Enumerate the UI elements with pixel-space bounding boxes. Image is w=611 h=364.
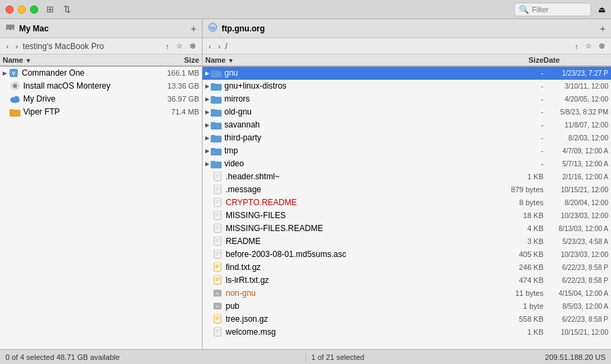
left-panel-toolbar: ‹ › testing's MacBook Pro ↑ ☆ ⊗ bbox=[0, 38, 202, 55]
file-date: 6/22/23, 8:58 P bbox=[543, 277, 608, 284]
file-type-icon bbox=[211, 119, 222, 130]
list-item[interactable]: MISSING-FILES 18 KB 10/23/03, 12:00 bbox=[203, 209, 611, 222]
file-name: ls-lrRt.txt.gz bbox=[226, 275, 496, 285]
file-type-icon bbox=[211, 93, 222, 104]
list-item[interactable]: ▶ gnu - 1/23/23, 7:27 P bbox=[203, 67, 611, 80]
file-type-icon bbox=[212, 249, 223, 260]
right-col-date[interactable]: Date bbox=[543, 56, 608, 64]
file-name: tmp bbox=[224, 146, 496, 155]
file-date: 3/10/11, 12:00 bbox=[543, 82, 608, 90]
svg-rect-31 bbox=[214, 172, 221, 181]
file-type-icon bbox=[212, 262, 223, 273]
list-item[interactable]: ▶ savannah - 11/8/07, 12:00 bbox=[203, 119, 611, 132]
file-size: 1 byte bbox=[496, 302, 543, 310]
right-panel-toolbar: ‹ › / ↑ ☆ ⊗ bbox=[203, 38, 611, 55]
eject-icon[interactable]: ⏏ bbox=[598, 5, 606, 14]
file-size: 3 KB bbox=[496, 237, 543, 245]
right-up-btn[interactable]: ↑ bbox=[573, 42, 581, 51]
right-panel-title: ftp.gnu.org bbox=[222, 24, 596, 33]
file-name: My Drive bbox=[23, 94, 151, 104]
list-item[interactable]: ▶ gnu+linux-distros - 3/10/11, 12:00 bbox=[203, 80, 611, 93]
right-forward-btn[interactable]: › bbox=[216, 42, 223, 51]
file-type-icon bbox=[212, 327, 223, 337]
left-panel-add-btn[interactable]: + bbox=[191, 24, 196, 33]
list-item[interactable]: find.txt.gz 246 KB 6/22/23, 8:58 P bbox=[203, 261, 611, 274]
list-item[interactable]: MISSING-FILES.README 4 KB 8/13/03, 12:00… bbox=[203, 222, 611, 235]
list-item[interactable]: ▶ old-gnu - 5/8/23, 8:32 PM bbox=[203, 106, 611, 119]
file-type-icon: V bbox=[8, 67, 19, 78]
file-type-icon: ⤷ bbox=[212, 288, 223, 299]
right-panel-add-btn[interactable]: + bbox=[600, 24, 606, 33]
list-item[interactable]: welcome.msg 1 KB 10/15/21, 12:00 bbox=[203, 326, 611, 339]
ftp-icon: ftp bbox=[208, 22, 218, 34]
svg-rect-59 bbox=[214, 262, 221, 271]
right-settings-btn[interactable]: ⊗ bbox=[597, 41, 607, 51]
minimize-button[interactable] bbox=[18, 5, 26, 14]
back-btn[interactable]: ‹ bbox=[4, 42, 11, 51]
list-item[interactable]: README 3 KB 5/23/23, 4:58 A bbox=[203, 235, 611, 248]
file-size: - bbox=[496, 108, 543, 116]
svg-rect-11 bbox=[10, 109, 14, 111]
right-col-name[interactable]: Name ▼ bbox=[205, 56, 496, 64]
list-item[interactable]: .header.shtml~ 1 KB 2/1/16, 12:00 A bbox=[203, 170, 611, 183]
svg-rect-63 bbox=[214, 275, 221, 284]
list-item[interactable]: My Drive 36.97 GB bbox=[0, 93, 202, 106]
up-btn[interactable]: ↑ bbox=[164, 42, 172, 51]
file-name: old-gnu bbox=[224, 107, 496, 117]
list-item[interactable]: ⤷ non-gnu 11 bytes 4/15/04, 12:00 A bbox=[203, 287, 611, 300]
list-item[interactable]: Install macOS Monterey 13.36 GB bbox=[0, 80, 202, 93]
mac-drive-icon bbox=[5, 22, 15, 34]
search-input[interactable] bbox=[532, 5, 586, 14]
grid-icon[interactable]: ⊞ bbox=[46, 4, 54, 14]
list-item[interactable]: .message 879 bytes 10/15/21, 12:00 bbox=[203, 183, 611, 196]
left-path: testing's MacBook Pro bbox=[23, 42, 160, 51]
svg-rect-75 bbox=[214, 327, 221, 336]
svg-rect-2 bbox=[12, 29, 13, 30]
list-item[interactable]: before-2003-08-01.md5sums.asc 405 KB 10/… bbox=[203, 248, 611, 261]
list-item[interactable]: ▶ video - 5/7/13, 12:00 A bbox=[203, 157, 611, 170]
svg-rect-28 bbox=[211, 148, 215, 150]
svg-rect-16 bbox=[211, 70, 215, 72]
maximize-button[interactable] bbox=[30, 5, 38, 14]
right-back-btn[interactable]: ‹ bbox=[207, 42, 213, 51]
close-button[interactable] bbox=[5, 5, 14, 14]
list-item[interactable]: tree.json.gz 558 KB 6/22/23, 8:58 P bbox=[203, 313, 611, 326]
list-item[interactable]: ls-lrRt.txt.gz 474 KB 6/22/23, 8:58 P bbox=[203, 274, 611, 287]
file-size: - bbox=[496, 147, 543, 155]
forward-btn[interactable]: › bbox=[14, 42, 20, 51]
file-date: 5/7/13, 12:00 A bbox=[543, 160, 608, 168]
left-file-list[interactable]: ▶ V Commander One 166.1 MB Install macOS… bbox=[0, 67, 202, 349]
left-col-name[interactable]: Name ▼ bbox=[3, 56, 151, 64]
file-date: 8/13/03, 12:00 A bbox=[543, 225, 608, 232]
right-star-btn[interactable]: ☆ bbox=[583, 41, 594, 51]
file-type-icon bbox=[10, 106, 20, 117]
file-name: welcome.msg bbox=[226, 327, 496, 337]
search-box[interactable]: 🔍 bbox=[514, 3, 591, 16]
list-item[interactable]: ▶ tmp - 4/7/09, 12:00 A bbox=[203, 145, 611, 157]
file-date: 4/7/09, 12:00 A bbox=[543, 147, 608, 155]
list-item[interactable]: ▶ mirrors - 4/20/05, 12:00 bbox=[203, 93, 611, 106]
file-type-icon bbox=[10, 93, 20, 104]
list-item[interactable]: ⤷ pub 1 byte 8/5/03, 12:00 A bbox=[203, 300, 611, 313]
list-item[interactable]: ▶ V Commander One 166.1 MB bbox=[0, 67, 202, 80]
status-left: 0 of 4 selected 48.71 GB available bbox=[0, 353, 306, 361]
right-col-size[interactable]: Size bbox=[496, 56, 543, 64]
svg-point-6 bbox=[13, 84, 17, 88]
list-item[interactable]: ▶ third-party - 8/2/03, 12:00 bbox=[203, 132, 611, 145]
svg-rect-55 bbox=[214, 249, 221, 258]
swap-icon[interactable]: ⇅ bbox=[63, 4, 71, 14]
star-btn[interactable]: ☆ bbox=[174, 41, 185, 51]
list-item[interactable]: CRYPTO.README 8 bytes 8/20/04, 12:00 bbox=[203, 196, 611, 209]
file-name: non-gnu bbox=[226, 288, 496, 298]
svg-rect-26 bbox=[211, 135, 215, 137]
svg-point-9 bbox=[14, 96, 19, 102]
file-name: video bbox=[224, 159, 496, 168]
left-col-size[interactable]: Size bbox=[151, 56, 199, 64]
right-file-list[interactable]: ▶ gnu - 1/23/23, 7:27 P ▶ gnu+linux-dist… bbox=[203, 67, 611, 349]
file-type-icon bbox=[211, 158, 222, 169]
list-item[interactable]: Viper FTP 71.4 MB bbox=[0, 106, 202, 119]
file-name: MISSING-FILES.README bbox=[226, 224, 496, 233]
settings-btn[interactable]: ⊗ bbox=[188, 41, 198, 51]
file-size: 8 bytes bbox=[496, 198, 543, 207]
svg-rect-35 bbox=[214, 185, 221, 194]
